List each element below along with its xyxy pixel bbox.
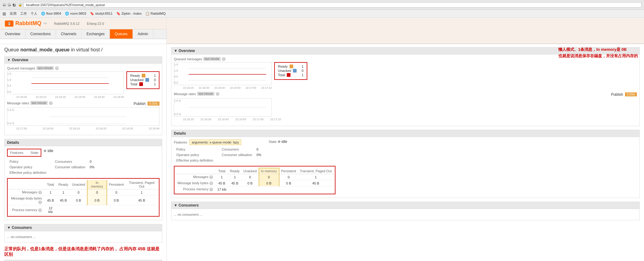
- bindings-header[interactable]: ▼ Bindings: [4, 260, 162, 261]
- right-details-header[interactable]: Details: [171, 130, 640, 137]
- right-col-unacked: Unacked: [242, 168, 259, 174]
- right-legend-total-color: [287, 73, 290, 77]
- proc-help-icon[interactable]: ?: [38, 208, 42, 212]
- state-value: idle: [47, 149, 53, 153]
- right-msg-ready: 1: [228, 174, 242, 180]
- nav-queues[interactable]: Queues: [110, 29, 133, 39]
- browser-nav-buttons: ← → ↻: [2, 3, 16, 7]
- right-legend-unacked: Unacked 0: [278, 69, 304, 73]
- col-total-header: Total: [44, 180, 57, 189]
- right-proc-help[interactable]: ?: [209, 188, 213, 191]
- policy-label: Policy: [8, 159, 48, 164]
- col-ready-header: Ready: [57, 180, 70, 189]
- rmq-logo-icon: 🐰: [5, 21, 13, 27]
- right-legend-total: Total 1: [278, 73, 304, 77]
- right-eff-policy: Effective policy definition: [174, 158, 215, 163]
- right-proc-label: Process memory ?: [176, 186, 215, 192]
- right-rates-help[interactable]: ?: [216, 92, 219, 96]
- body-unacked: 0 B: [70, 196, 87, 205]
- message-rates-help[interactable]: ?: [49, 101, 53, 105]
- bookmark-room[interactable]: 🌐 room:9803: [65, 12, 86, 16]
- body-inmem: 0 B: [87, 196, 107, 205]
- publish-rate-badge: 0.00/s: [148, 102, 159, 106]
- apps-icon: ⊞: [2, 11, 6, 16]
- body-ready: 45 B: [57, 196, 70, 205]
- annotation-box: 懒人模式、1条消息，In memory是 0B 也就是说消息保存在磁盘，并没有占…: [558, 47, 638, 59]
- right-overview-content: Queued messages last minute ? 1.51.00.50…: [171, 54, 640, 126]
- right-util-label: Consumer utilisation: [220, 152, 254, 157]
- bookmark-work[interactable]: 工作: [20, 11, 27, 16]
- address-bar[interactable]: [23, 2, 642, 8]
- refresh-button[interactable]: ↻: [12, 3, 16, 7]
- right-rates-lm: last minute: [197, 92, 214, 96]
- right-chart-x: 22:16:2022:16:3022:16:4022:16:5022:17:00…: [174, 86, 272, 89]
- nav-overview[interactable]: Overview: [0, 29, 25, 39]
- right-col-inmemory: In memory: [259, 168, 279, 174]
- nav-exchanges[interactable]: Exchanges: [81, 29, 110, 39]
- bookmark-zipkin[interactable]: 🔖 Zipkin - Index: [116, 12, 142, 16]
- right-body-persistent: 0 B: [279, 180, 298, 186]
- right-legend-unacked-label: Unacked: [278, 69, 291, 73]
- right-consumers-label: Consumers: [220, 147, 254, 152]
- right-body-inmem: 0 B: [259, 180, 279, 186]
- right-body-help[interactable]: ?: [209, 181, 213, 185]
- legend-ready-label: Ready: [130, 74, 140, 77]
- right-legend-ready-label: Ready: [278, 65, 288, 68]
- features-state-box: Features State: [7, 149, 41, 157]
- features-label: Features: [10, 151, 23, 155]
- overview-header[interactable]: ▼ Overview: [4, 56, 162, 64]
- right-no-consumers: ... no consumers ...: [174, 211, 637, 218]
- forward-button[interactable]: →: [7, 3, 11, 7]
- op-policy-label: Operator policy: [8, 165, 48, 170]
- right-last-minute: last minute: [203, 57, 220, 61]
- right-rates-y: 1.0 /s0.0 /s: [174, 99, 183, 116]
- details-label: Details: [7, 140, 19, 145]
- right-qm-help[interactable]: ?: [222, 57, 226, 61]
- messages-help-icon[interactable]: ?: [38, 191, 42, 194]
- msg-persistent: 0: [107, 189, 126, 196]
- chart-x-labels-1: 22:18:0022:18:1022:18:2022:18:3022:18:40…: [7, 95, 124, 99]
- right-proc-total: 17 kib: [215, 186, 228, 192]
- main-page: 🐰 RabbitMQ TM RabbitMQ 3.8.12 Erlang 22.…: [0, 18, 644, 261]
- nav-connections[interactable]: Connections: [25, 29, 56, 39]
- consumers-content: ... no consumers ...: [4, 231, 162, 243]
- no-consumers-text: ... no consumers ...: [7, 234, 159, 240]
- body-help-icon[interactable]: ?: [38, 200, 42, 204]
- nav-channels[interactable]: Channels: [56, 29, 82, 39]
- details-section: Details Features State: [4, 139, 162, 220]
- right-body-unacked: 0 B: [242, 180, 259, 186]
- message-rates-chart: 1.0 /s0.0 /s: [7, 107, 159, 126]
- queued-messages-help[interactable]: ?: [55, 66, 59, 70]
- bookmark-floor[interactable]: 🌐 floor:9804: [41, 12, 61, 16]
- nav-bar: Overview Connections Channels Exchanges …: [0, 29, 167, 39]
- last-minute-badge: last minute: [36, 66, 54, 70]
- right-publish-rate: Publish 0.00/s: [611, 92, 637, 97]
- bookmark-study[interactable]: 🔖 studyt:8911: [90, 12, 113, 16]
- back-button[interactable]: ←: [2, 3, 6, 7]
- right-rates-label: Message rates last minute ?: [174, 92, 219, 96]
- right-consumers-val: 0: [255, 147, 263, 152]
- msg-total: 1: [44, 189, 57, 196]
- queued-legend: Ready 1 Unacked 0 Total: [126, 71, 159, 89]
- right-util-val: 0%: [255, 152, 263, 157]
- right-col-empty: [176, 168, 215, 174]
- consumers-header[interactable]: ▼ Consumers: [4, 224, 162, 231]
- legend-ready-color: [142, 74, 145, 77]
- stats-table: Total Ready Unacked In memory Persistent…: [9, 180, 158, 215]
- body-persistent: 0 B: [107, 196, 126, 205]
- right-body-total: 45 B: [215, 180, 228, 186]
- overview-section: ▼ Overview Queued messages last minute ?: [4, 56, 162, 135]
- details-header[interactable]: Details: [4, 139, 162, 146]
- nav-admin[interactable]: Admin: [133, 29, 153, 39]
- col-unacked-header: Unacked: [70, 180, 87, 189]
- bookmark-rabbitmq[interactable]: 📋 RabbitMQ: [145, 12, 166, 16]
- right-msg-label: Messages ?: [176, 174, 215, 180]
- right-consumers-header[interactable]: ▼ Consumers: [171, 202, 640, 209]
- right-msg-help[interactable]: ?: [209, 175, 213, 179]
- browser-bar: ← → ↻ 🔒: [0, 0, 644, 10]
- bookmark-apps[interactable]: 应用: [10, 11, 17, 16]
- chart-x-labels-2: 22:17:5022:18:0022:18:1022:18:2022:18:30…: [7, 127, 159, 130]
- legend-ready: Ready 1: [130, 74, 156, 77]
- bookmark-personal[interactable]: 个人: [31, 11, 37, 16]
- right-policy-label: Policy: [174, 147, 215, 152]
